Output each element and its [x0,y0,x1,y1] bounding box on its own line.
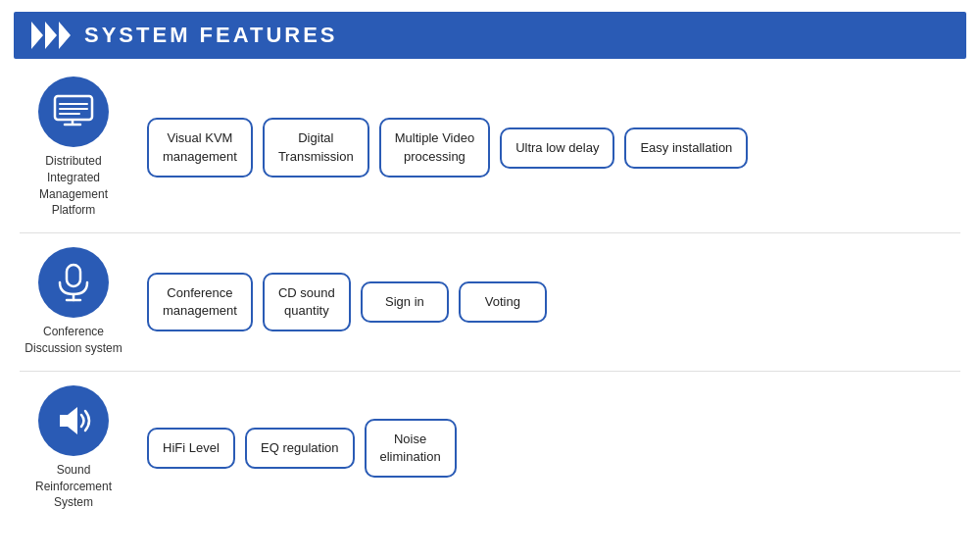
chevron-decoration [31,22,73,49]
chevron-1 [31,22,43,49]
feature-ultra-low-delay: Ultra low delay [500,127,614,169]
icon-label-distributed: Distributed Integrated Management Platfo… [20,76,127,219]
label-conference: Conference Discussion system [20,324,127,357]
monitor-icon-circle [38,76,109,147]
feature-sign-in: Sign in [361,281,449,323]
speaker-icon-circle [38,385,109,456]
feature-noise-elimination: Noiseelimination [365,419,457,478]
section-sound: Sound Reinforcement System HiFi Level EQ… [20,385,960,511]
feature-multiple-video: Multiple Videoprocessing [379,118,490,177]
section-distributed: Distributed Integrated Management Platfo… [20,76,960,219]
svg-marker-9 [60,407,77,434]
page-title: System Features [84,23,338,48]
divider-2 [20,371,960,372]
speaker-icon [52,399,95,442]
feature-conference-management: Conferencemanagement [147,273,253,331]
main-content: Distributed Integrated Management Platfo… [0,59,980,529]
feature-easy-installation: Easy installation [624,127,748,169]
feature-digital-transmission: DigitalTransmission [263,118,369,177]
chevron-3 [59,22,71,49]
icon-label-conference: Conference Discussion system [20,247,127,357]
feature-eq-regulation: EQ regulation [245,428,355,469]
features-distributed: Visual KVMmanagement DigitalTransmission… [147,118,748,177]
header: System Features [14,12,966,59]
chevron-2 [45,22,57,49]
monitor-icon [52,94,95,129]
svg-rect-6 [67,265,80,286]
microphone-icon-circle [38,247,109,318]
features-sound: HiFi Level EQ regulation Noiseeliminatio… [147,419,457,478]
icon-label-sound: Sound Reinforcement System [20,385,127,511]
feature-cd-sound: CD soundquantity [263,273,351,331]
label-sound: Sound Reinforcement System [20,462,127,511]
section-conference: Conference Discussion system Conferencem… [20,247,960,357]
feature-hifi-level: HiFi Level [147,428,235,469]
microphone-icon [52,261,95,304]
features-conference: Conferencemanagement CD soundquantity Si… [147,273,547,331]
page-container: System Features Distributed Integra [0,12,980,529]
feature-visual-kvm: Visual KVMmanagement [147,118,253,177]
label-distributed: Distributed Integrated Management Platfo… [20,153,127,219]
feature-voting: Voting [459,281,547,323]
divider-1 [20,232,960,233]
